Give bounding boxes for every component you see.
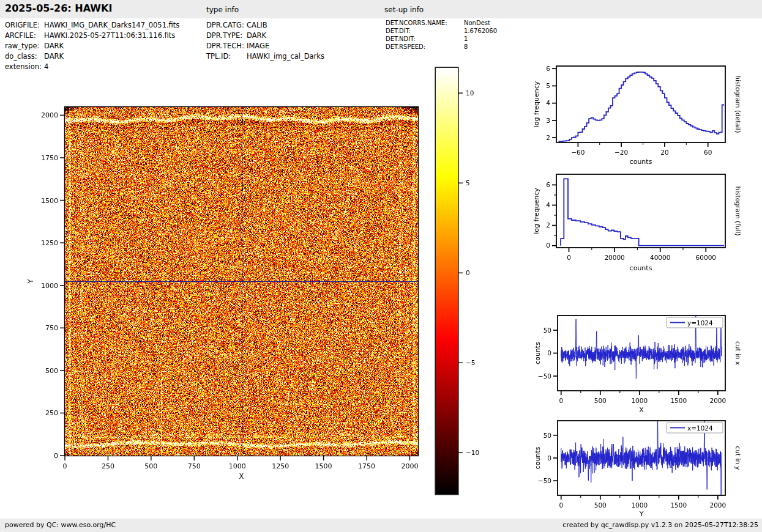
- info-value: IMAGE: [247, 42, 269, 50]
- info-value: 1.6762060: [464, 28, 497, 34]
- info-value: HAWKI_IMG_DARK_Darks147_0051.fits: [44, 21, 179, 29]
- x-tick-label: 0: [567, 254, 571, 261]
- info-value: 4: [44, 62, 48, 71]
- y-tick-label: 2000: [41, 111, 58, 119]
- type-info-header: type info: [206, 6, 239, 14]
- x-tick-label: 250: [102, 462, 114, 470]
- axes-ticks: 0500100015002000−50050: [538, 327, 726, 404]
- info-label: DET.DIT:: [386, 27, 464, 35]
- data-line: [561, 179, 724, 245]
- x-tick-label: 2000: [401, 462, 418, 470]
- legend: x=1024: [667, 423, 723, 433]
- info-value: DARK: [44, 42, 64, 50]
- info-label: extension:: [5, 62, 44, 72]
- x-tick-label: 20: [660, 149, 668, 156]
- axes-border: [556, 66, 725, 142]
- info-row: DET.DIT:1.6762060: [386, 27, 497, 35]
- colorbar-tick-label: 10: [466, 89, 474, 97]
- histogram-full-plot: 02000040000600000246countslog frequencyh…: [526, 170, 762, 276]
- plot-side-label: histogram (detail): [734, 75, 742, 133]
- plot-ylabel: counts: [534, 446, 542, 469]
- histogram-detail-plot: −60−20206023456countslog frequencyhistog…: [526, 58, 762, 175]
- image-ylabel: Y: [26, 279, 35, 284]
- y-tick-label: 0: [54, 452, 58, 460]
- y-tick-label: −50: [538, 477, 551, 484]
- plot-side-label: cut in x: [734, 341, 742, 365]
- y-tick-label: 0: [546, 242, 550, 249]
- y-tick-label: 4: [546, 99, 550, 106]
- footer-left-text: powered by QC: www.eso.org/HC: [5, 521, 116, 529]
- info-label: DPR.TYPE:: [206, 31, 247, 41]
- header-bar: 2025-05-26: HAWKI type info set-up info: [0, 0, 762, 18]
- x-tick-label: 20000: [604, 254, 624, 261]
- file-info-block: ORIGFILE:HAWKI_IMG_DARK_Darks147_0051.fi…: [5, 20, 179, 72]
- plot-xlabel: X: [639, 406, 644, 414]
- y-tick-label: 500: [45, 367, 58, 375]
- setup-info-block: DET.NCORRS.NAME:NonDest DET.DIT:1.676206…: [386, 19, 497, 51]
- data-line: [559, 72, 725, 141]
- info-value: 8: [464, 43, 468, 50]
- info-row: extension:4: [5, 62, 179, 72]
- info-label: TPL.ID:: [206, 51, 247, 62]
- info-row: ARCFILE:HAWKI.2025-05-27T11:06:31.116.fi…: [5, 31, 179, 41]
- info-row: DET.NDIT:1: [386, 35, 497, 43]
- x-tick-label: 1250: [272, 462, 289, 470]
- axes-ticks: 02000040000600000246: [546, 181, 716, 261]
- y-tick-label: 2: [546, 134, 550, 141]
- axes-ticks: 0500100015002000−50050: [538, 432, 726, 509]
- x-tick-label: 1000: [631, 501, 648, 509]
- y-tick-label: 250: [45, 409, 58, 417]
- cut-in-x-plot: 0500100015002000−50050Xcountscut in xy=1…: [526, 311, 762, 417]
- y-tick-label: 750: [45, 324, 58, 332]
- info-row: DPR.TECH:IMAGE: [206, 41, 324, 51]
- x-tick-label: 60: [704, 149, 712, 156]
- y-tick-label: 1000: [41, 282, 58, 290]
- y-tick-label: 6: [546, 181, 550, 188]
- x-tick-label: 1000: [631, 397, 648, 404]
- footer-right-text: created by qc_rawdisp.py v1.2.3 on 2025-…: [562, 521, 758, 529]
- x-tick-label: 1000: [229, 462, 246, 470]
- x-tick-label: 500: [594, 501, 607, 509]
- x-tick-label: 500: [594, 397, 607, 404]
- y-tick-label: 50: [543, 432, 551, 439]
- y-tick-label: 4: [546, 201, 550, 209]
- colorbar: [436, 68, 458, 494]
- info-value: CALIB: [247, 21, 267, 29]
- info-label: DET.NCORRS.NAME:: [386, 19, 464, 27]
- x-tick-label: 1500: [670, 501, 687, 509]
- info-row: do_class:DARK: [5, 51, 179, 62]
- info-row: DET.NCORRS.NAME:NonDest: [386, 19, 497, 27]
- colorbar-tick-label: −10: [466, 449, 479, 456]
- info-row: DET.RSPEED:8: [386, 43, 497, 51]
- info-label: ORIGFILE:: [5, 20, 44, 31]
- y-tick-label: 0: [547, 454, 551, 462]
- plot-xlabel: Y: [639, 510, 644, 518]
- colorbar-tick-label: 5: [466, 179, 470, 187]
- setup-info-header: set-up info: [384, 6, 424, 14]
- x-tick-label: 2000: [709, 501, 726, 509]
- x-tick-label: 500: [144, 462, 157, 470]
- axes-border: [558, 316, 725, 391]
- y-tick-label: 0: [547, 349, 551, 357]
- image-xlabel: X: [239, 472, 244, 481]
- legend-label: x=1024: [687, 424, 713, 432]
- x-tick-label: 1750: [358, 462, 375, 470]
- plot-side-label: cut in y: [734, 446, 742, 470]
- type-info-block: DPR.CATG:CALIB DPR.TYPE:DARK DPR.TECH:IM…: [206, 20, 324, 62]
- x-tick-label: −20: [614, 149, 628, 156]
- page-title: 2025-05-26: HAWKI: [5, 2, 112, 14]
- colorbar-tick-label: −5: [466, 359, 475, 366]
- plot-side-label: histogram (full): [734, 187, 742, 236]
- x-tick-label: 0: [63, 462, 67, 470]
- info-row: ORIGFILE:HAWKI_IMG_DARK_Darks147_0051.fi…: [5, 20, 179, 31]
- plot-ylabel: counts: [534, 342, 542, 364]
- info-value: HAWKI_img_cal_Darks: [247, 52, 324, 61]
- info-value: HAWKI.2025-05-27T11:06:31.116.fits: [44, 31, 175, 40]
- info-label: ARCFILE:: [5, 31, 44, 41]
- x-tick-label: −60: [571, 149, 585, 156]
- x-tick-label: 0: [559, 397, 563, 404]
- legend: y=1024: [667, 317, 723, 328]
- plot-ylabel: log frequency: [532, 81, 540, 127]
- legend-box: [667, 423, 723, 433]
- legend-label: y=1024: [687, 319, 713, 327]
